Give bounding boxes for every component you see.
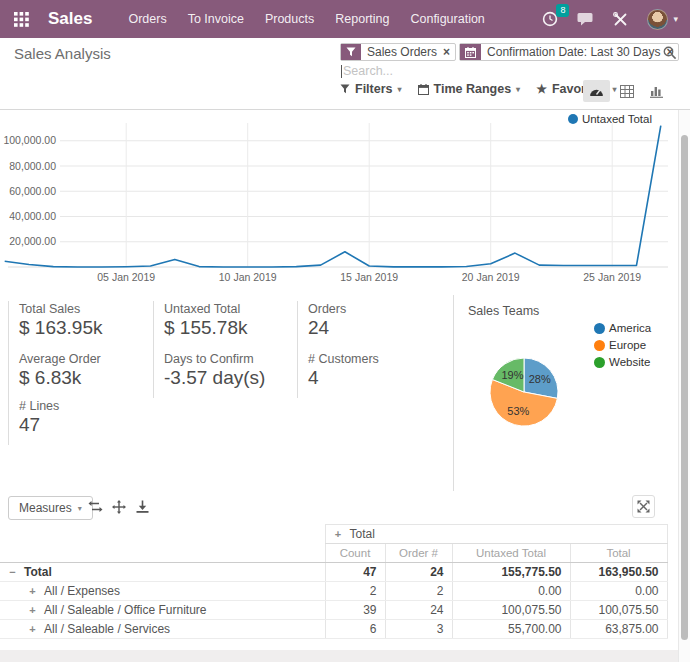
kpi-days-to-confirm[interactable]: Days to Confirm -3.57 day(s) (153, 351, 297, 398)
apps-grid-icon (14, 12, 29, 27)
sales-line-chart[interactable]: 20,000.0040,000.0060,000.0080,000.00100,… (0, 110, 678, 290)
cell-count[interactable]: 39 (325, 601, 385, 620)
menu-orders[interactable]: Orders (128, 12, 166, 26)
app-brand[interactable]: Sales (48, 9, 92, 29)
measures-button[interactable]: Measures ▾ (8, 496, 93, 520)
chat-bubble-icon (577, 12, 594, 27)
pie-legend-item[interactable]: Europe (594, 339, 651, 351)
text-cursor (341, 65, 342, 78)
dashboard-stats: Total Sales $ 163.95k Untaxed Total $ 15… (0, 295, 678, 490)
cell-total[interactable]: 63,875.00 (570, 620, 667, 639)
row-header[interactable]: −Total (0, 563, 325, 582)
page-footer-strip (0, 650, 678, 662)
view-switcher (583, 80, 670, 102)
cell-count[interactable]: 6 (325, 620, 385, 639)
expand-view-button[interactable] (632, 495, 655, 518)
plus-icon[interactable]: + (334, 528, 343, 540)
row-header[interactable]: +All / Saleable / Services (0, 620, 325, 639)
menu-to-invoice[interactable]: To Invoice (188, 12, 244, 26)
svg-text:20,000.00: 20,000.00 (9, 235, 56, 247)
sales-teams-pie-chart[interactable]: 28%53%19% (454, 322, 594, 462)
cell-order[interactable]: 24 (385, 601, 452, 620)
plus-icon[interactable]: + (28, 623, 37, 635)
calendar-icon (460, 44, 481, 60)
download-icon (136, 500, 149, 513)
cell-untaxed[interactable]: 55,700.00 (452, 620, 570, 639)
plus-icon[interactable]: + (28, 585, 37, 597)
pivot-row-services: +All / Saleable / Services 6 3 55,700.00… (0, 620, 667, 639)
line-chart-legend[interactable]: Untaxed Total (568, 113, 652, 125)
pivot-col-count[interactable]: Count (325, 544, 385, 563)
pivot-row-total: −Total 47 24 155,775.50 163,950.50 (0, 563, 667, 582)
row-header[interactable]: +All / Expenses (0, 582, 325, 601)
cell-total[interactable]: 0.00 (570, 582, 667, 601)
cell-order[interactable]: 2 (385, 582, 452, 601)
kpi-lines[interactable]: # Lines 47 (8, 398, 153, 445)
exchange-icon (88, 500, 103, 513)
filter-icon (340, 84, 350, 94)
sales-analysis-page: Sales Orders To Invoice Products Reporti… (0, 0, 690, 662)
expand-all-button[interactable] (112, 500, 126, 514)
menu-reporting[interactable]: Reporting (335, 12, 389, 26)
pivot-table: +Total Count Order # Untaxed Total Total… (0, 524, 668, 639)
search-input[interactable]: Search... (341, 63, 591, 79)
row-header[interactable]: +All / Saleable / Office Furniture (0, 601, 325, 620)
pie-legend-item[interactable]: Website (594, 356, 651, 368)
caret-down-icon: ▾ (78, 504, 82, 513)
view-graph-button[interactable] (643, 80, 670, 102)
caret-down-icon: ▾ (673, 14, 678, 24)
menu-configuration[interactable]: Configuration (410, 12, 484, 26)
plus-icon[interactable]: + (28, 604, 37, 616)
user-menu-button[interactable]: ▾ (645, 7, 680, 32)
download-button[interactable] (136, 500, 149, 513)
developer-tools-button[interactable] (611, 10, 630, 29)
vertical-scrollbar-thumb[interactable] (681, 135, 688, 640)
apps-menu-button[interactable] (10, 8, 33, 31)
svg-text:80,000.00: 80,000.00 (9, 160, 56, 172)
cell-order[interactable]: 3 (385, 620, 452, 639)
sales-teams-title: Sales Teams (468, 304, 539, 318)
control-panel: Sales Analysis Sales Orders × (0, 38, 690, 110)
avatar (647, 9, 668, 30)
facet-sales-orders[interactable]: Sales Orders × (340, 43, 456, 61)
pivot-row-office-furniture: +All / Saleable / Office Furniture 39 24… (0, 601, 667, 620)
flip-axis-button[interactable] (88, 500, 103, 513)
breadcrumb: Sales Analysis (14, 45, 111, 62)
pivot-col-total[interactable]: Total (570, 544, 667, 563)
cell-order[interactable]: 24 (385, 563, 452, 582)
cell-untaxed[interactable]: 0.00 (452, 582, 570, 601)
facet-remove-button[interactable]: × (443, 44, 455, 60)
pivot-col-untaxed[interactable]: Untaxed Total (452, 544, 570, 563)
cell-untaxed[interactable]: 155,775.50 (452, 563, 570, 582)
view-dashboard-button[interactable] (583, 80, 610, 102)
kpi-grid: Total Sales $ 163.95k Untaxed Total $ 15… (8, 301, 453, 445)
cell-count[interactable]: 47 (325, 563, 385, 582)
facet-confirmation-date[interactable]: Confirmation Date: Last 30 Days × (459, 43, 679, 61)
kpi-orders[interactable]: Orders 24 (297, 301, 453, 351)
minus-icon[interactable]: − (8, 566, 17, 578)
facet-label: Sales Orders (361, 44, 443, 60)
kpi-customers[interactable]: # Customers 4 (297, 351, 453, 398)
time-ranges-dropdown[interactable]: Time Ranges ▾ (418, 82, 521, 96)
kpi-average-order[interactable]: Average Order $ 6.83k (8, 351, 153, 398)
menu-products[interactable]: Products (265, 12, 314, 26)
svg-text:25 Jan 2019: 25 Jan 2019 (583, 271, 641, 283)
cell-total[interactable]: 163,950.50 (570, 563, 667, 582)
pivot-toolbar: Measures ▾ (0, 495, 678, 523)
cell-count[interactable]: 2 (325, 582, 385, 601)
messages-button[interactable] (575, 10, 596, 29)
kpi-untaxed-total[interactable]: Untaxed Total $ 155.78k (153, 301, 297, 351)
pivot-col-order[interactable]: Order # (385, 544, 452, 563)
activities-button[interactable]: 8 (540, 9, 560, 29)
pie-legend-item[interactable]: America (594, 322, 651, 334)
caret-down-icon: ▾ (516, 85, 520, 94)
cell-total[interactable]: 100,075.50 (570, 601, 667, 620)
pivot-measures-row: Count Order # Untaxed Total Total (0, 544, 667, 563)
pivot-col-group-total[interactable]: +Total (325, 525, 667, 544)
filters-dropdown[interactable]: Filters ▾ (340, 82, 402, 96)
search-icon[interactable] (663, 46, 677, 63)
cell-untaxed[interactable]: 100,075.50 (452, 601, 570, 620)
kpi-total-sales[interactable]: Total Sales $ 163.95k (8, 301, 153, 351)
svg-text:28%: 28% (529, 373, 551, 385)
view-pivot-button[interactable] (613, 80, 640, 102)
